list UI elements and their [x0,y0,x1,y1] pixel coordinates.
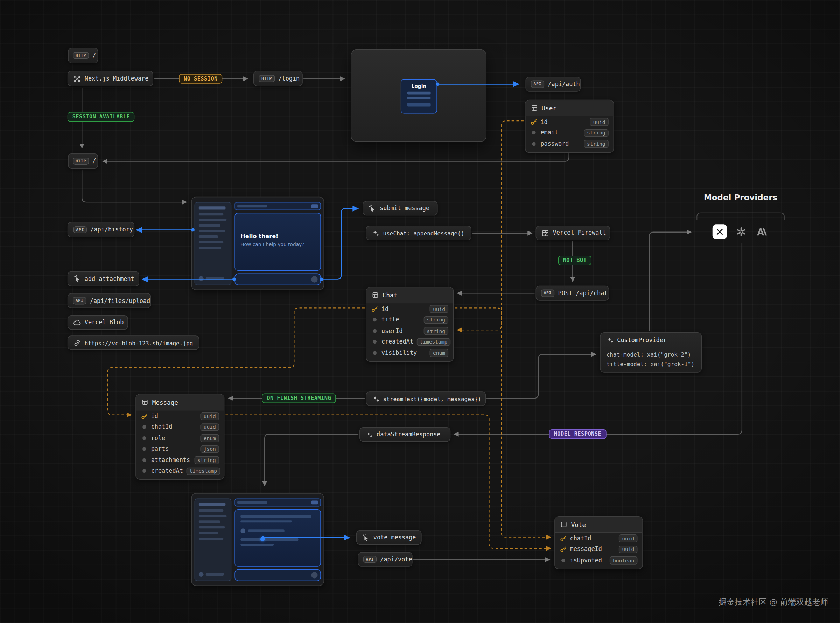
skeleton-bar [199,503,226,506]
provider-config-line: chat-model: xai("grok-2") [607,351,695,358]
chat-main [234,498,321,581]
anthropic-logo-icon [756,226,768,238]
edge-user-to-root [103,151,569,161]
key-icon [141,413,148,419]
custom-provider-title: CustomProvider [617,336,667,343]
middleware-icon [73,75,81,82]
field-type-badge: uuid [619,534,637,542]
api-tag: API [541,290,554,297]
key-icon [560,546,567,553]
table-row: id uuid [136,410,224,421]
no-session-badge: NO SESSION [179,74,222,84]
skeleton-bar [199,218,227,221]
skeleton-bar [199,537,223,540]
field-type-badge: enum [430,349,448,356]
model-response-badge: MODEL RESPONSE [549,429,606,439]
custom-provider-card: CustomProvider chat-model: xai("grok-2")… [600,332,702,373]
cursor-click-icon [362,534,370,541]
node-label: vote message [373,534,416,541]
skeleton-bar [199,206,226,209]
api-tag: API [73,226,87,233]
node-label: / [92,158,96,164]
table-icon [560,521,568,528]
send-button [311,276,317,282]
edge-datastream-to-chatui2 [265,434,358,486]
table-vote: Vote chatId uuid messageId uuid isUpvote… [554,516,643,569]
node-label: /api/auth [548,81,580,87]
node-label: streamText({model, messages}) [383,395,481,402]
node-add-attachment: add attachment [67,271,139,286]
chat-input [234,569,321,581]
sparkle-icon [607,336,614,343]
sidebar-footer [199,276,227,281]
on-finish-streaming-badge: ON FINISH STREAMING [262,393,336,403]
openai-logo-icon [736,226,747,238]
node-vercel-firewall: Vercel Firewall [536,226,610,240]
field-name: messageId [570,546,616,553]
node-http-root-bottom: HTTP / [68,153,98,169]
node-api-history: API /api/history [67,222,135,238]
node-label: /api/history [90,226,133,233]
skeleton-bar [199,235,218,238]
table-row: parts json [136,444,224,454]
edge-streamtext-to-provider [479,354,596,399]
table-header: Message [136,395,224,411]
table-title: Chat [383,292,397,299]
field-name: isUpvoted [570,557,607,564]
skeleton-bar [199,509,223,512]
send-button [311,572,317,578]
field-name: userId [381,327,420,335]
field-type-badge: uuid [590,118,608,126]
skeleton-bar [199,213,223,215]
table-icon [372,292,379,299]
custom-provider-body: chat-model: xai("grok-2") title-model: x… [601,347,701,372]
field-type-badge: uuid [200,412,219,420]
chat-ui-mockup-1: Hello there! How can I help you today? [191,197,324,290]
custom-provider-header: CustomProvider [601,333,701,347]
not-bot-badge: NOT BOT [558,256,592,265]
skeleton-bar [199,230,225,232]
table-header: Chat [366,287,453,303]
cloud-icon [73,319,81,326]
chat-messages-panel [234,509,321,566]
field-name: title [381,316,420,323]
chat-topbar [234,202,321,210]
node-api-auth: API /api/auth [526,77,581,92]
greeting-title: Hello there! [240,233,315,239]
skeleton-bar [407,97,430,99]
xai-logo [713,224,727,239]
field-dot-icon [532,131,536,135]
node-label: POST /api/chat [558,290,608,297]
field-dot-icon [373,340,376,344]
skeleton-bar [199,241,223,243]
field-dot-icon [532,142,536,146]
node-datastream-response: dataStreamResponse [360,427,450,442]
diagram-canvas: HTTP / Next.js Middleware NO SESSION HTT… [0,0,840,623]
chat-topbar [234,498,321,506]
node-usechat: useChat: appendMessage() [366,226,471,240]
node-label: submit message [380,205,430,212]
skeleton-bar [199,520,220,523]
skeleton-bar [248,530,285,532]
table-row: userId string [366,325,453,336]
table-row: createdAt timestamp [366,336,453,347]
model-providers-bracket [697,213,784,220]
sparkle-icon [366,431,373,438]
http-tag: HTTP [73,52,89,59]
field-name: createdAt [381,338,413,345]
field-type-badge: timestamp [186,467,220,475]
skeleton-button [407,103,430,107]
table-row: chatId uuid [136,422,224,433]
skeleton-bar [199,224,220,227]
sparkle-icon [372,229,379,236]
table-row: id uuid [526,116,614,127]
field-name: visibility [381,350,427,356]
browser-window-mockup: Login [351,49,487,142]
node-label: dataStreamResponse [376,431,440,438]
field-type-badge: string [584,140,609,147]
login-title: Login [412,84,427,89]
table-row: createdAt timestamp [136,465,224,476]
skeleton-bar [240,515,311,517]
field-dot-icon [373,351,376,355]
node-submit-message: submit message [363,201,438,215]
